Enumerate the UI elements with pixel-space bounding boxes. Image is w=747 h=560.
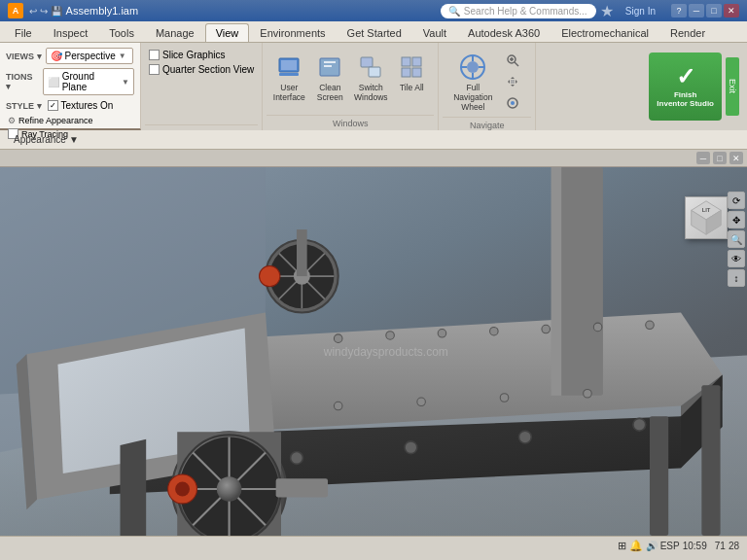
zoom-tool[interactable]: 🔍 bbox=[728, 230, 745, 248]
ribbon-group-graphics: Slice Graphics Quarter Section View bbox=[141, 43, 263, 130]
textures-on-checkbox[interactable]: ✓ Textures On bbox=[46, 99, 116, 112]
svg-rect-4 bbox=[361, 57, 373, 67]
tab-electromechanical[interactable]: Electromechanical bbox=[551, 23, 659, 42]
tab-autodesk-a360[interactable]: Autodesk A360 bbox=[457, 23, 551, 42]
svg-point-66 bbox=[500, 394, 509, 402]
switch-windows-icon bbox=[357, 53, 384, 81]
svg-rect-9 bbox=[412, 68, 421, 77]
svg-point-11 bbox=[467, 61, 479, 73]
look-tool[interactable]: 👁 bbox=[728, 250, 745, 267]
scene-3d: windydaysproducts.com LIT ⟳ ✥ 🔍 👁 ↕ bbox=[0, 167, 747, 536]
navigate-group-label: Navigate bbox=[443, 117, 531, 130]
status-bar: ⊞ 🔔 🔊 ESP 10:59 71 28 bbox=[0, 536, 747, 555]
svg-point-63 bbox=[646, 321, 655, 330]
vp-close-btn[interactable]: ✕ bbox=[729, 152, 743, 164]
textures-on-check[interactable]: ✓ bbox=[48, 100, 58, 111]
speaker-icon[interactable]: 🔊 bbox=[646, 541, 658, 551]
maximize-button[interactable]: □ bbox=[706, 4, 722, 18]
appearance-arrow: ▼ bbox=[69, 134, 79, 145]
tab-get-started[interactable]: Get Started bbox=[337, 23, 412, 42]
svg-rect-1 bbox=[281, 60, 297, 70]
finish-inventor-studio-btn[interactable]: ✓ FinishInventor Studio bbox=[649, 52, 722, 121]
tab-render[interactable]: Render bbox=[659, 23, 716, 42]
appearance-dropdown[interactable]: Appearance ▼ bbox=[8, 133, 85, 146]
svg-rect-3 bbox=[320, 58, 339, 76]
tab-environments[interactable]: Environments bbox=[249, 23, 336, 42]
switch-windows-btn[interactable]: Switch Windows bbox=[351, 50, 390, 104]
quarter-section-check[interactable] bbox=[149, 64, 160, 75]
style-row[interactable]: STYLE ▾ ✓ Textures On bbox=[4, 98, 136, 113]
search-box[interactable]: 🔍 Search Help & Commands... bbox=[441, 4, 596, 18]
full-navigation-wheel-btn[interactable]: Full Navigation Wheel bbox=[445, 50, 500, 114]
perspective-dropdown[interactable]: 🎯 Perspective ▼ bbox=[46, 48, 133, 64]
finish-section: ✓ FinishInventor Studio Exit bbox=[641, 43, 747, 130]
tab-view[interactable]: View bbox=[205, 23, 250, 42]
look-at-btn[interactable] bbox=[502, 94, 523, 114]
vp-maximize-btn[interactable]: □ bbox=[713, 152, 727, 164]
svg-point-64 bbox=[334, 402, 342, 410]
svg-point-60 bbox=[490, 327, 499, 335]
vp-minimize-btn[interactable]: ─ bbox=[696, 152, 710, 164]
app-icon: A bbox=[8, 3, 23, 18]
tile-all-icon bbox=[398, 53, 425, 81]
svg-point-69 bbox=[405, 441, 417, 454]
tab-file[interactable]: File bbox=[4, 23, 43, 42]
tile-all-btn[interactable]: Tile All bbox=[392, 50, 431, 94]
svg-point-62 bbox=[593, 323, 602, 332]
svg-rect-72 bbox=[650, 416, 668, 536]
svg-text:LIT: LIT bbox=[702, 207, 711, 213]
svg-point-22 bbox=[511, 101, 515, 105]
language-label[interactable]: ESP bbox=[660, 541, 680, 551]
svg-rect-2 bbox=[279, 73, 299, 76]
refine-appearance-row[interactable]: ⚙ Refine Appearance bbox=[6, 115, 134, 126]
slice-graphics-check[interactable] bbox=[149, 50, 160, 60]
appearance-label: Appearance bbox=[14, 134, 66, 145]
actions-dropdown-row[interactable]: TIONS ▾ ⬜ Ground Plane ▼ bbox=[4, 67, 136, 96]
zoom-btn[interactable] bbox=[502, 52, 523, 71]
pan-tool[interactable]: ✥ bbox=[728, 211, 745, 228]
quarter-section-row[interactable]: Quarter Section View bbox=[147, 63, 256, 76]
finish-label: FinishInventor Studio bbox=[657, 90, 714, 108]
viewport-controls: ─ □ ✕ bbox=[696, 152, 743, 164]
tab-tools[interactable]: Tools bbox=[98, 23, 145, 42]
views-dropdown-row[interactable]: VIEWS ▾ 🎯 Perspective ▼ bbox=[4, 47, 136, 65]
ribbon-left-section: VIEWS ▾ 🎯 Perspective ▼ TIONS ▾ ⬜ Ground… bbox=[0, 43, 141, 130]
title-text: Assembly1.iam bbox=[66, 5, 441, 17]
sign-in-label[interactable]: Sign In bbox=[625, 6, 656, 17]
orbit-tool[interactable]: ⟳ bbox=[728, 192, 745, 209]
full-navigation-wheel-icon bbox=[459, 53, 486, 81]
status-num1: 71 bbox=[715, 541, 726, 551]
ground-plane-dropdown[interactable]: ⬜ Ground Plane ▼ bbox=[43, 68, 134, 95]
user-interface-icon bbox=[275, 53, 302, 81]
ribbon: VIEWS ▾ 🎯 Perspective ▼ TIONS ▾ ⬜ Ground… bbox=[0, 43, 747, 130]
nav-cube[interactable]: LIT bbox=[685, 196, 728, 239]
svg-point-44 bbox=[217, 476, 242, 502]
svg-rect-35 bbox=[551, 167, 562, 396]
ribbon-tabs: File Inspect Tools Manage View Environme… bbox=[0, 21, 747, 43]
search-icon: 🔍 bbox=[448, 6, 460, 17]
clean-screen-icon bbox=[316, 53, 343, 81]
status-num2: 28 bbox=[729, 541, 739, 551]
close-button[interactable]: ✕ bbox=[724, 4, 739, 18]
slice-graphics-row[interactable]: Slice Graphics bbox=[147, 49, 256, 61]
tab-manage[interactable]: Manage bbox=[145, 23, 205, 42]
svg-point-61 bbox=[542, 325, 551, 333]
title-controls: ? ─ □ ✕ bbox=[671, 4, 739, 18]
pan-btn[interactable] bbox=[502, 73, 523, 92]
time-label: 10:59 bbox=[683, 541, 707, 551]
navigate-content: Full Navigation Wheel bbox=[443, 47, 531, 117]
minimize-button[interactable]: ─ bbox=[689, 4, 704, 18]
tab-vault[interactable]: Vault bbox=[412, 23, 457, 42]
tab-inspect[interactable]: Inspect bbox=[43, 23, 98, 42]
help-button[interactable]: ? bbox=[671, 4, 687, 18]
svg-point-59 bbox=[438, 330, 446, 338]
user-interface-btn[interactable]: User Interface bbox=[269, 50, 308, 104]
svg-point-65 bbox=[417, 398, 426, 406]
svg-point-70 bbox=[518, 431, 531, 443]
svg-rect-47 bbox=[276, 478, 328, 497]
svg-rect-56 bbox=[297, 229, 307, 276]
clean-screen-btn[interactable]: Clean Screen bbox=[310, 50, 349, 104]
graphics-group-label bbox=[145, 124, 258, 128]
walk-tool[interactable]: ↕ bbox=[728, 269, 745, 287]
svg-point-71 bbox=[633, 418, 646, 431]
